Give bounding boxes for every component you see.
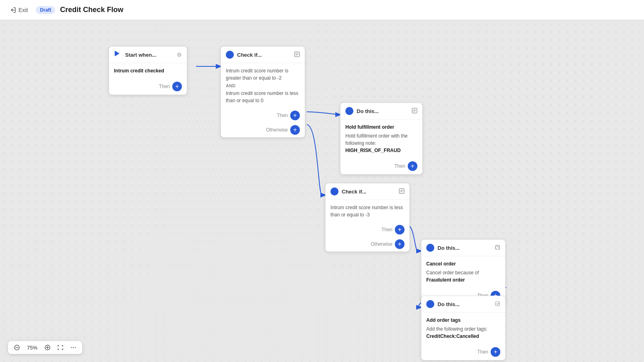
fit-screen-button[interactable] <box>56 343 65 352</box>
do-this-2-settings-icon[interactable] <box>495 245 500 251</box>
do-this-1-action-desc: Hold fulfillment order with the followin… <box>345 132 417 147</box>
svg-point-6 <box>429 247 431 249</box>
check-if-1-then-add-button[interactable]: + <box>290 111 300 120</box>
draft-badge: Draft <box>36 6 55 14</box>
do-this-node-1: Do this... Hold fulfillment order Hold f… <box>340 103 423 175</box>
plus-icon <box>44 344 51 351</box>
check-if-1-icon <box>226 51 234 59</box>
start-node-body: Intrum credit checked <box>109 63 187 78</box>
minus-icon <box>14 344 20 351</box>
svg-rect-9 <box>495 302 500 306</box>
do-this-1-add-button[interactable]: + <box>408 161 417 171</box>
do-this-3-body: Add order tags Add the following order t… <box>421 313 505 344</box>
start-condition-text: Intrum credit checked <box>114 68 164 74</box>
check-if-1-otherwise-add-button[interactable]: + <box>290 125 300 135</box>
svg-point-13 <box>73 347 74 348</box>
check-if-2-title: Check if... <box>342 189 396 195</box>
start-node-body-text: Intrum credit checked <box>114 67 182 74</box>
more-options-icon <box>70 344 76 351</box>
start-node-footer: Then + <box>109 78 187 95</box>
start-node-header: Start when... ⚙ <box>109 47 187 63</box>
do-this-3-action-desc: Add the following order tags: <box>426 325 500 333</box>
do-this-3-add-button[interactable]: + <box>491 347 500 357</box>
check-if-2-otherwise-row: Otherwise + <box>326 237 409 251</box>
check-if-2-then-add-button[interactable]: + <box>395 225 405 234</box>
check-if-2-then-row: Then + <box>326 222 409 237</box>
start-node-settings-icon[interactable]: ⚙ <box>177 51 182 58</box>
do-this-2-header: Do this... <box>421 240 505 256</box>
check-if-2-condition: Intrum credit score number is less than … <box>330 204 405 218</box>
svg-point-8 <box>429 303 431 305</box>
do-this-1-footer: Then + <box>341 158 422 174</box>
start-node-title: Start when... <box>125 52 173 58</box>
zoom-toolbar: 75% <box>8 341 82 354</box>
check-if-2-otherwise-add-button[interactable]: + <box>395 239 405 249</box>
do-this-node-3: Do this... Add order tags Add the follow… <box>421 296 506 360</box>
page-title: Credit Check Flow <box>60 6 123 14</box>
fit-screen-icon <box>57 344 64 351</box>
do-this-1-title: Do this... <box>357 108 409 114</box>
zoom-in-button[interactable] <box>43 343 52 352</box>
check-if-2-otherwise-label: Otherwise <box>371 241 392 247</box>
more-options-button[interactable] <box>68 343 78 352</box>
check-if-2-settings-icon[interactable] <box>399 188 405 195</box>
check-if-2-body: Intrum credit score number is less than … <box>326 200 409 222</box>
do-this-2-body: Cancel order Cancel order because of Fra… <box>421 256 505 288</box>
do-this-2-title: Do this... <box>438 245 491 251</box>
check-if-1-condition1: Intrum credit score number is greater th… <box>226 67 300 82</box>
exit-label: Exit <box>19 7 28 13</box>
do-this-2-action-desc: Cancel order because of Fraudulent order <box>426 269 500 284</box>
check-if-2-header: Check if... <box>326 183 409 200</box>
svg-point-4 <box>333 190 336 193</box>
svg-point-14 <box>75 347 76 348</box>
svg-point-0 <box>228 53 231 56</box>
do-this-1-body: Hold fulfillment order Hold fulfillment … <box>341 119 422 158</box>
exit-icon <box>10 7 16 13</box>
svg-point-2 <box>348 110 351 112</box>
do-this-1-settings-icon[interactable] <box>412 108 417 115</box>
do-this-2-action-title: Cancel order <box>426 260 500 267</box>
do-this-1-then-label: Then <box>394 163 405 169</box>
flow-canvas: Start when... ⚙ Intrum credit checked Th… <box>0 20 644 362</box>
do-this-1-icon <box>345 107 353 115</box>
check-if-1-body: Intrum credit score number is greater th… <box>221 63 305 108</box>
do-this-3-then-label: Then <box>477 349 488 355</box>
do-this-3-title: Do this... <box>438 301 491 307</box>
do-this-1-header: Do this... <box>341 103 422 119</box>
do-this-1-action-title: Hold fulfillment order <box>345 123 417 131</box>
zoom-out-button[interactable] <box>12 343 22 352</box>
do-this-3-header: Do this... <box>421 296 505 313</box>
check-if-node-1: Check if... Intrum credit score number i… <box>221 46 305 138</box>
exit-button[interactable]: Exit <box>6 5 31 15</box>
start-then-label: Then <box>159 84 170 89</box>
check-if-1-condition2: Intrum credit score number is less than … <box>226 90 300 104</box>
do-this-3-action-title: Add order tags <box>426 317 500 324</box>
do-this-2-icon <box>426 244 434 252</box>
do-this-3-action-value: CreditCheck:Cancelled <box>426 333 500 340</box>
do-this-1-action-value: HIGH_RISK_OF_FRAUD <box>345 147 417 154</box>
check-if-2-icon <box>330 187 339 195</box>
check-if-1-settings-icon[interactable] <box>294 51 300 58</box>
do-this-3-settings-icon[interactable] <box>495 301 500 308</box>
and-label: AND <box>226 83 300 88</box>
start-icon <box>115 51 120 56</box>
check-if-1-title: Check if... <box>237 52 291 58</box>
connectors-svg <box>0 20 644 362</box>
zoom-level-display: 75% <box>25 345 39 351</box>
check-if-1-otherwise-label: Otherwise <box>266 127 288 133</box>
start-add-button[interactable]: + <box>172 82 182 91</box>
check-if-1-header: Check if... <box>221 47 305 63</box>
do-this-node-2: Do this... Cancel order Cancel order bec… <box>421 239 506 304</box>
svg-point-12 <box>71 347 72 348</box>
start-node: Start when... ⚙ Intrum credit checked Th… <box>109 46 187 95</box>
check-if-2-then-label: Then <box>382 227 392 232</box>
check-if-node-2: Check if... Intrum credit score number i… <box>325 183 410 252</box>
check-if-1-then-row: Then + <box>221 108 305 123</box>
check-if-1-then-label: Then <box>277 113 288 118</box>
check-if-1-otherwise-row: Otherwise + <box>221 123 305 137</box>
do-this-3-footer: Then + <box>421 344 505 360</box>
do-this-3-icon <box>426 300 434 308</box>
